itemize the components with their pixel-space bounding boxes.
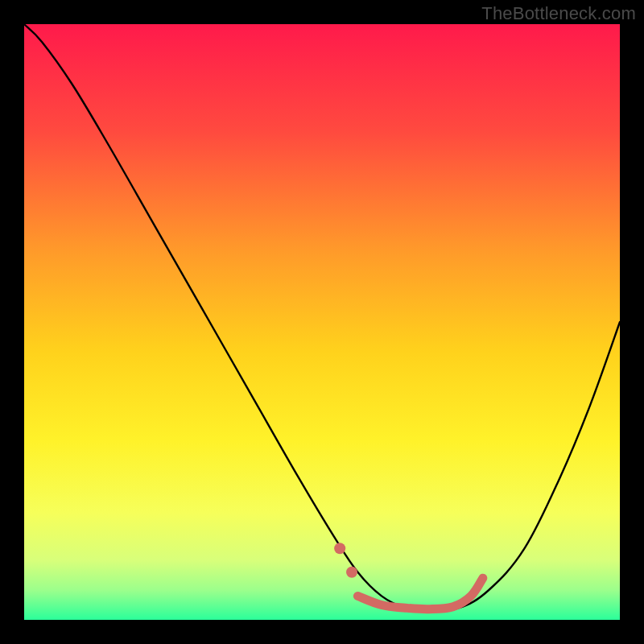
- plot-background: [24, 24, 620, 620]
- bottleneck-chart: [0, 0, 644, 644]
- optimal-dot: [334, 543, 345, 554]
- watermark-text: TheBottleneck.com: [481, 3, 636, 24]
- optimal-dot: [346, 567, 357, 578]
- chart-stage: TheBottleneck.com: [0, 0, 644, 644]
